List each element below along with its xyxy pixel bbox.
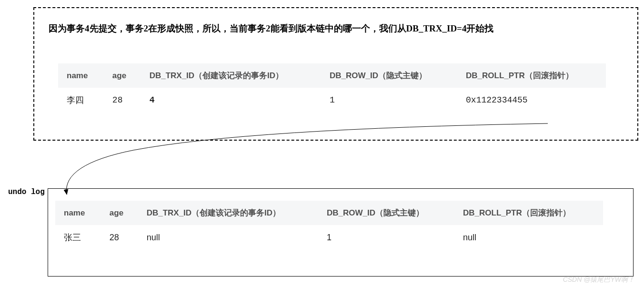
undo-log-table: name age DB_TRX_ID（创建该记录的事务ID） DB_ROW_ID… (55, 201, 603, 250)
cell-age: 28 (101, 225, 138, 250)
undo-log-label: undo log (8, 188, 45, 196)
table-row: 张三 28 null 1 null (55, 225, 603, 250)
col-header-age: age (101, 201, 138, 225)
cell-age: 28 (104, 88, 141, 113)
col-header-name: name (55, 201, 101, 225)
cell-trx-id: null (138, 225, 318, 250)
col-header-age: age (104, 63, 141, 88)
cell-name: 张三 (55, 225, 101, 250)
cell-roll-ptr: 0x1122334455 (457, 88, 606, 113)
col-header-trx-id: DB_TRX_ID（创建该记录的事务ID） (141, 63, 321, 88)
undo-log-box: name age DB_TRX_ID（创建该记录的事务ID） DB_ROW_ID… (48, 188, 634, 277)
watermark-text: CSDN @猿尾巴YW啊！ (563, 276, 634, 284)
cell-trx-id: 4 (141, 88, 321, 113)
table-header-row: name age DB_TRX_ID（创建该记录的事务ID） DB_ROW_ID… (55, 201, 603, 225)
cell-row-id: 1 (321, 88, 457, 113)
cell-row-id: 1 (318, 225, 454, 250)
col-header-roll-ptr: DB_ROLL_PTR（回滚指针） (457, 63, 606, 88)
table-header-row: name age DB_TRX_ID（创建该记录的事务ID） DB_ROW_ID… (58, 63, 606, 88)
col-header-row-id: DB_ROW_ID（隐式主键） (318, 201, 454, 225)
cell-name: 李四 (58, 88, 104, 113)
col-header-row-id: DB_ROW_ID（隐式主键） (321, 63, 457, 88)
col-header-trx-id: DB_TRX_ID（创建该记录的事务ID） (138, 201, 318, 225)
cell-roll-ptr: null (454, 225, 603, 250)
current-record-box: 因为事务4先提交，事务2在形成快照，所以，当前事务2能看到版本链中的哪一个，我们… (33, 7, 638, 141)
current-record-table: name age DB_TRX_ID（创建该记录的事务ID） DB_ROW_ID… (58, 63, 606, 113)
table-row: 李四 28 4 1 0x1122334455 (58, 88, 606, 113)
description-text: 因为事务4先提交，事务2在形成快照，所以，当前事务2能看到版本链中的哪一个，我们… (49, 22, 623, 35)
col-header-name: name (58, 63, 104, 88)
col-header-roll-ptr: DB_ROLL_PTR（回滚指针） (454, 201, 603, 225)
